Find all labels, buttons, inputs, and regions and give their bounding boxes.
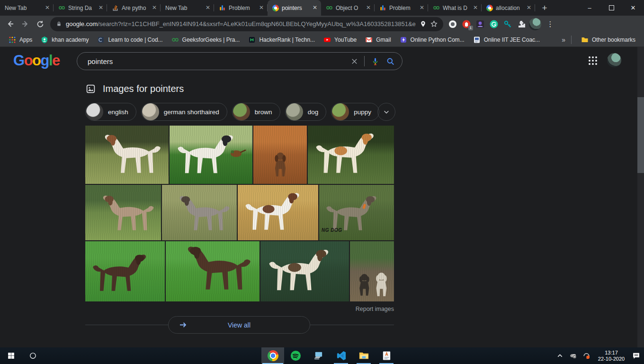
forward-icon xyxy=(21,20,29,28)
browser-tab[interactable]: Object O✕ xyxy=(321,0,375,16)
page-profile-avatar[interactable] xyxy=(607,53,621,67)
search-divider xyxy=(364,56,365,66)
scrollbar-thumb[interactable] xyxy=(637,97,644,173)
taskbar-app-this-pc[interactable] xyxy=(307,347,330,364)
taskbar-app-spotify[interactable] xyxy=(284,347,307,364)
bookmark-item[interactable]: Online Python Com... xyxy=(396,35,468,45)
related-search-chip[interactable]: german shorthaired xyxy=(141,103,227,121)
extensions-puzzle-icon[interactable] xyxy=(517,19,526,29)
other-bookmarks-button[interactable]: Other bookmarks xyxy=(577,35,639,45)
tab-close-icon[interactable]: ✕ xyxy=(312,5,318,11)
bookmark-item[interactable]: Learn to code | Cod... xyxy=(93,35,166,45)
bookmark-item[interactable]: Gmail xyxy=(361,35,394,45)
taskbar-app-vscode[interactable] xyxy=(330,347,352,364)
related-search-chip[interactable]: english xyxy=(85,103,136,121)
image-result[interactable] xyxy=(162,185,237,240)
clear-search-button[interactable] xyxy=(351,58,358,65)
image-result[interactable] xyxy=(166,241,259,301)
bookmark-item[interactable]: YouTube xyxy=(320,35,360,45)
browser-tab[interactable]: New Tab✕ xyxy=(161,0,214,16)
browser-tab[interactable]: New Tab✕ xyxy=(0,0,54,16)
character-extension-icon xyxy=(475,19,485,29)
bookmarks-overflow-chevron[interactable]: » xyxy=(562,36,565,44)
related-search-chip[interactable]: puppy xyxy=(331,103,379,121)
grammarly-icon[interactable] xyxy=(489,19,499,29)
mic-icon xyxy=(371,57,380,66)
browser-tab[interactable]: Problem✕ xyxy=(214,0,268,16)
taskbar-app-wordpad[interactable] xyxy=(375,347,398,364)
report-images-link[interactable]: Report images xyxy=(356,306,394,312)
image-result[interactable] xyxy=(253,126,307,184)
image-result[interactable] xyxy=(350,241,394,301)
image-result[interactable] xyxy=(308,126,394,184)
tab-close-icon[interactable]: ✕ xyxy=(44,5,51,11)
voice-search-button[interactable] xyxy=(371,57,380,66)
bookmark-item[interactable]: HackerRank | Techn... xyxy=(244,35,319,45)
taskbar-app-chrome[interactable] xyxy=(261,347,284,364)
forward-button[interactable] xyxy=(18,17,32,31)
bookmark-star-icon[interactable] xyxy=(430,20,438,27)
search-submit-button[interactable] xyxy=(386,57,395,66)
taskbar-clock[interactable]: 13:17 22-10-2020 xyxy=(596,350,627,362)
related-search-chip[interactable]: dog xyxy=(285,103,327,121)
browser-tab[interactable]: allocation✕ xyxy=(482,0,535,16)
image-result[interactable] xyxy=(170,126,252,184)
scrollbar-track[interactable] xyxy=(637,47,644,347)
extensions-area: 1 xyxy=(448,19,526,29)
browser-tab[interactable]: Are pytho✕ xyxy=(107,0,161,16)
view-all-button[interactable]: View all xyxy=(168,316,310,334)
start-button[interactable] xyxy=(0,347,22,364)
cortana-button[interactable] xyxy=(22,347,44,364)
bookmark-item[interactable]: Apps xyxy=(5,35,36,45)
tab-close-icon[interactable]: ✕ xyxy=(365,5,372,11)
maximize-button[interactable] xyxy=(600,0,622,16)
search-input[interactable] xyxy=(87,57,345,66)
bookmark-item[interactable]: khan academy xyxy=(37,35,92,45)
image-result[interactable] xyxy=(85,241,165,301)
key-extension-icon[interactable] xyxy=(503,19,512,29)
image-result[interactable] xyxy=(238,185,318,240)
tray-chevron-up-icon[interactable] xyxy=(556,352,564,360)
tab-close-icon[interactable]: ✕ xyxy=(472,5,479,11)
back-button[interactable] xyxy=(3,17,17,31)
menu-dots-icon[interactable]: ⋮ xyxy=(546,20,555,28)
profile-avatar[interactable] xyxy=(529,18,541,30)
google-apps-grid-icon[interactable] xyxy=(587,55,599,66)
windows-logo-icon xyxy=(7,352,15,360)
tab-close-icon[interactable]: ✕ xyxy=(151,5,158,11)
browser-tab[interactable]: What is D✕ xyxy=(428,0,482,16)
reload-button[interactable] xyxy=(33,17,47,31)
minimize-button[interactable]: – xyxy=(579,0,600,16)
address-bar[interactable]: google.com/search?rlz=1C1CHBF_enIN914IN9… xyxy=(50,17,443,31)
download-manager-icon[interactable] xyxy=(582,352,590,360)
onedrive-paused-icon[interactable] xyxy=(569,352,577,360)
location-pin-icon[interactable] xyxy=(420,20,427,27)
google-logo[interactable]: Google xyxy=(13,52,60,69)
tab-close-icon[interactable]: ✕ xyxy=(205,5,211,11)
tab-close-icon[interactable]: ✕ xyxy=(526,5,532,11)
google-favicon xyxy=(272,5,279,11)
image-row: NG DOG xyxy=(85,185,394,240)
browser-tab[interactable]: String Da✕ xyxy=(54,0,107,16)
related-search-chip[interactable]: brown xyxy=(232,103,280,121)
browser-tab[interactable]: Problem✕ xyxy=(375,0,428,16)
image-result[interactable] xyxy=(260,241,349,301)
taskbar-app-file-explorer[interactable] xyxy=(352,347,375,364)
character-extension-icon[interactable] xyxy=(475,19,485,29)
bookmark-item[interactable]: GeeksforGeeks | Pra... xyxy=(168,35,244,45)
tab-close-icon[interactable]: ✕ xyxy=(419,5,425,11)
action-center-icon[interactable] xyxy=(632,352,640,360)
blocker-hand-icon[interactable]: 1 xyxy=(462,19,471,29)
logo-letter: l xyxy=(49,52,52,69)
new-tab-button[interactable]: + xyxy=(538,1,551,15)
extension-circle-icon[interactable] xyxy=(448,19,457,29)
tab-close-icon[interactable]: ✕ xyxy=(98,5,104,11)
tab-close-icon[interactable]: ✕ xyxy=(258,5,265,11)
image-result[interactable] xyxy=(85,185,161,240)
browser-tab[interactable]: pointers✕ xyxy=(268,0,321,16)
image-result[interactable] xyxy=(85,126,169,184)
image-result[interactable]: NG DOG xyxy=(319,185,394,240)
expand-chips-button[interactable] xyxy=(377,103,395,121)
bookmark-item[interactable]: Online IIT JEE Coac... xyxy=(469,35,544,45)
close-button[interactable]: ✕ xyxy=(622,0,644,16)
